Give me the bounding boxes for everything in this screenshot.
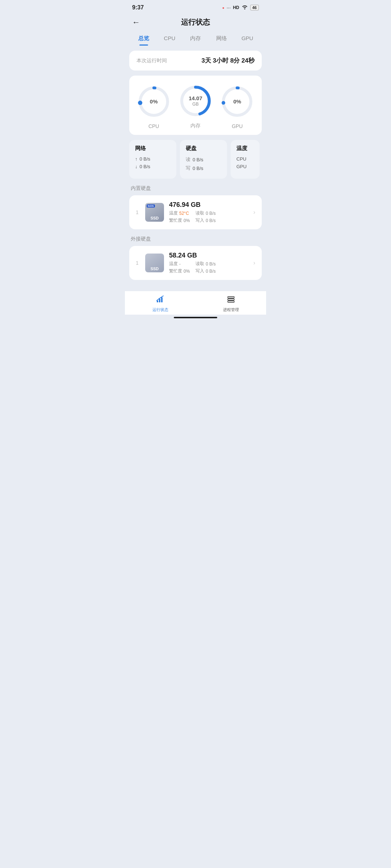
wifi-icon — [241, 4, 248, 11]
internal-disk-section-label: 内置硬盘 — [125, 184, 266, 195]
external-disk-read: 读取 0 B/s — [196, 261, 215, 267]
internal-disk-temp: 温度 52°C — [169, 210, 190, 216]
external-disk-write: 写入 0 B/s — [196, 268, 215, 274]
external-disk-busy: 繁忙度 0% — [169, 268, 190, 274]
external-disk-section-label: 外接硬盘 — [125, 234, 266, 246]
notification-dot: ● — [222, 6, 224, 10]
internal-disk-size: 476.94 GB — [169, 201, 248, 209]
mini-card-temp: 温度 CPU GPU — [231, 140, 260, 179]
runtime-value: 3天 3小时 8分 24秒 — [202, 56, 255, 65]
disk-read-label: 读 — [186, 156, 190, 163]
network-upload-value: 0 B/s — [140, 156, 151, 162]
disk-write-label: 写 — [186, 165, 190, 171]
disk-read-value: 0 B/s — [193, 157, 203, 162]
tab-overview[interactable]: 总览 — [131, 32, 157, 46]
page-title: 运行状态 — [181, 17, 210, 27]
mini-card-temp-title: 温度 — [236, 145, 254, 152]
signal-icon: HD — [233, 5, 239, 10]
internal-disk-icon-wrap: fnOS SSD — [145, 203, 164, 222]
external-disk-chevron-icon: › — [253, 260, 255, 266]
process-nav-icon — [227, 295, 235, 306]
bottom-nav-runtime-label: 运行状态 — [152, 307, 168, 312]
runtime-nav-icon — [156, 295, 165, 306]
status-time: 9:37 — [132, 4, 144, 11]
internal-disk-write: 写入 0 B/s — [196, 217, 215, 224]
gauge-gpu-value: 0% — [233, 98, 241, 105]
svg-rect-11 — [228, 297, 234, 298]
bottom-nav-process[interactable]: 进程管理 — [196, 295, 266, 312]
runtime-card: 本次运行时间 3天 3小时 8分 24秒 — [129, 51, 262, 71]
battery-badge: 46 — [250, 5, 259, 10]
gauge-cpu-value: 0% — [150, 98, 158, 105]
external-disk-temp: 温度 - — [169, 261, 190, 267]
network-download-value: 0 B/s — [140, 164, 151, 169]
svg-rect-10 — [161, 297, 163, 302]
gauge-memory-value: 14.07 — [189, 95, 202, 102]
bottom-nav-process-label: 进程管理 — [223, 307, 239, 312]
external-disk-num: 1 — [136, 260, 140, 266]
svg-rect-9 — [159, 299, 160, 302]
internal-disk-busy: 繁忙度 0% — [169, 217, 190, 224]
mini-cards-row: 网络 ↑ 0 B/s ↓ 0 B/s 硬盘 读 0 B/s 写 0 B/s 温度… — [125, 140, 266, 184]
bottom-nav: 运行状态 进程管理 — [125, 291, 266, 315]
bottom-nav-runtime[interactable]: 运行状态 — [125, 295, 196, 312]
network-upload-row: ↑ 0 B/s — [135, 156, 171, 162]
temp-gpu-row: GPU — [236, 164, 254, 169]
disk-write-row: 写 0 B/s — [186, 165, 221, 171]
mini-card-network-title: 网络 — [135, 145, 171, 152]
external-disk-info: 58.24 GB 温度 - 繁忙度 0% 读取 0 B/s 写入 — [169, 252, 248, 274]
ssd-text: SSD — [151, 216, 159, 220]
internal-disk-num: 1 — [136, 209, 140, 215]
tab-memory[interactable]: 内存 — [182, 32, 209, 46]
gauge-cpu: 0% CPU — [136, 84, 172, 129]
mini-card-disk: 硬盘 读 0 B/s 写 0 B/s — [180, 140, 227, 179]
tab-cpu[interactable]: CPU — [157, 32, 183, 46]
runtime-label: 本次运行时间 — [136, 58, 167, 64]
gauges-card: 0% CPU 14.07 GB 内存 — [129, 76, 262, 135]
gauge-memory: 14.07 GB 内存 — [177, 83, 214, 129]
internal-disk-card[interactable]: 1 fnOS SSD 476.94 GB 温度 52°C 繁忙度 0% 读取 — [129, 195, 262, 229]
temp-gpu-label: GPU — [236, 164, 247, 169]
gauge-gpu-circle: 0% — [219, 84, 255, 120]
home-indicator — [174, 317, 217, 318]
header: ← 运行状态 — [125, 14, 266, 32]
external-ssd-text: SSD — [151, 267, 159, 271]
gauge-memory-circle: 14.07 GB — [177, 83, 214, 119]
gauge-gpu-label: GPU — [232, 123, 243, 129]
internal-disk-chevron-icon: › — [253, 209, 255, 216]
disk-write-value: 0 B/s — [193, 166, 203, 171]
more-icon: ··· — [227, 5, 231, 10]
back-button[interactable]: ← — [132, 18, 140, 27]
fnnos-badge: fnOS — [147, 204, 155, 208]
download-arrow-icon: ↓ — [135, 164, 138, 169]
gauge-cpu-circle: 0% — [136, 84, 172, 120]
status-right: ● ··· HD 46 — [222, 4, 259, 11]
gauge-memory-label: 内存 — [190, 123, 201, 129]
external-disk-size: 58.24 GB — [169, 252, 248, 259]
disk-read-row: 读 0 B/s — [186, 156, 221, 163]
mini-card-network: 网络 ↑ 0 B/s ↓ 0 B/s — [129, 140, 176, 179]
gauge-gpu: 0% GPU — [219, 84, 255, 129]
status-bar: 9:37 ● ··· HD 46 — [125, 0, 266, 14]
tab-network[interactable]: 网络 — [209, 32, 235, 46]
network-download-row: ↓ 0 B/s — [135, 164, 171, 169]
internal-disk-read: 读取 0 B/s — [196, 210, 215, 216]
external-disk-icon-wrap: SSD — [145, 254, 164, 272]
tab-gpu[interactable]: GPU — [234, 32, 260, 46]
svg-rect-12 — [228, 299, 234, 300]
svg-rect-13 — [228, 301, 234, 302]
gauge-memory-unit: GB — [189, 102, 202, 107]
temp-cpu-row: CPU — [236, 156, 254, 162]
tab-bar: 总览 CPU 内存 网络 GPU — [125, 32, 266, 46]
gauge-cpu-label: CPU — [148, 123, 159, 129]
external-disk-card[interactable]: 1 SSD 58.24 GB 温度 - 繁忙度 0% 读取 0 B/s — [129, 246, 262, 280]
internal-disk-info: 476.94 GB 温度 52°C 繁忙度 0% 读取 0 B/s 写入 — [169, 201, 248, 224]
upload-arrow-icon: ↑ — [135, 156, 138, 162]
temp-cpu-label: CPU — [236, 156, 246, 162]
mini-card-disk-title: 硬盘 — [186, 145, 221, 152]
